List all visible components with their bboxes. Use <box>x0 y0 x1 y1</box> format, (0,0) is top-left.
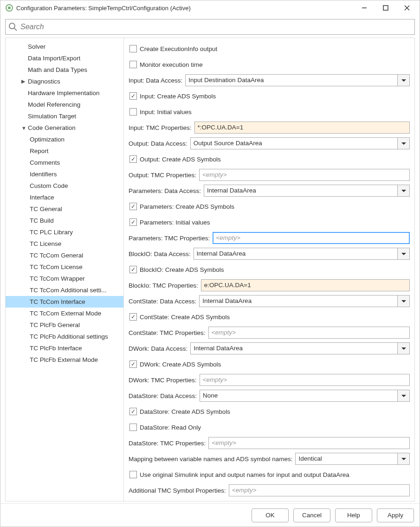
chevron-down-icon[interactable]: ▼ <box>21 125 28 131</box>
datastore-tmc-field[interactable]: <empty> <box>208 437 410 449</box>
mapping-dropdown-btn[interactable] <box>398 453 410 465</box>
input-da-select[interactable]: Input Destination DataArea <box>185 74 398 86</box>
contstate-tmc-label: ContState: TMC Properties: <box>129 329 206 336</box>
tree-item[interactable]: Identifiers <box>6 168 123 180</box>
apply-button[interactable]: Apply <box>377 508 414 522</box>
monitor-exec-checkbox[interactable] <box>129 61 137 68</box>
tree-item[interactable]: TC TcCom External Mode <box>6 308 123 319</box>
tree-item-label: TC TcCom External Mode <box>30 310 101 317</box>
tree-item[interactable]: Custom Code <box>6 180 123 192</box>
tree-item[interactable]: ▶Simulation Target <box>6 110 123 122</box>
tree-item[interactable]: ▶Data Import/Export <box>6 52 123 64</box>
tree-item[interactable]: TC TcCom Interface <box>6 296 123 308</box>
tree-item[interactable]: TC PlcFb General <box>6 319 123 331</box>
input-init-checkbox[interactable] <box>129 108 137 116</box>
tree-item-label: Data Import/Export <box>28 55 80 62</box>
datastore-da-select[interactable]: None <box>200 390 398 402</box>
search-field-wrap[interactable] <box>5 19 415 35</box>
mapping-select[interactable]: Identical <box>295 453 398 465</box>
tree-item[interactable]: Interface <box>6 192 123 203</box>
params-tmc-field[interactable]: <empty> <box>213 232 410 244</box>
tree-item-label: Custom Code <box>30 182 68 189</box>
tree-item[interactable]: TC TcCom License <box>6 261 123 273</box>
tree-item[interactable]: TC PlcFb Interface <box>6 342 123 354</box>
form-pane[interactable]: Create ExecutionInfo output Monitor exec… <box>123 38 415 501</box>
mapping-label: Mapping between variable names and ADS s… <box>129 456 292 463</box>
tree-item[interactable]: TC General <box>6 203 123 215</box>
search-input[interactable] <box>18 22 412 32</box>
tree-item[interactable]: TC Build <box>6 215 123 226</box>
maximize-button[interactable] <box>375 0 396 15</box>
contstate-tmc-field[interactable]: <empty> <box>208 327 410 339</box>
tree-item[interactable]: TC PlcFb Additional settings <box>6 331 123 342</box>
blockio-ads-checkbox[interactable] <box>129 266 137 273</box>
tree-item[interactable]: ▶Model Referencing <box>6 99 123 110</box>
dwork-tmc-field[interactable]: <empty> <box>200 374 410 386</box>
blockio-tmc-field[interactable]: e:OPC.UA.DA=1 <box>201 279 410 291</box>
help-button[interactable]: Help <box>335 508 372 522</box>
tree-item[interactable]: ▶Diagnostics <box>6 76 123 87</box>
ok-button[interactable]: OK <box>252 508 289 522</box>
output-da-dropdown-btn[interactable] <box>398 137 410 149</box>
datastore-da-dropdown-btn[interactable] <box>398 390 410 402</box>
output-da-select[interactable]: Output Source DataArea <box>190 137 398 149</box>
dwork-da-select[interactable]: Internal DataArea <box>190 342 398 354</box>
svg-line-7 <box>14 28 17 31</box>
tree-item[interactable]: ▶Solver <box>6 41 123 52</box>
blockio-da-dropdown-btn[interactable] <box>398 248 410 260</box>
input-ads-checkbox[interactable] <box>129 92 137 100</box>
window-title: Configuration Parameters: SimpleTempCtrl… <box>16 5 354 12</box>
addl-tmc-field[interactable]: <empty> <box>229 484 410 496</box>
tree-item[interactable]: TC TcCom Wrapper <box>6 273 123 284</box>
output-tmc-field[interactable]: <empty> <box>199 169 410 181</box>
tree-pane[interactable]: ▶Solver▶Data Import/Export▶Math and Data… <box>5 38 123 501</box>
params-ads-checkbox[interactable] <box>129 203 137 210</box>
datastore-ro-checkbox[interactable] <box>129 424 137 431</box>
params-da-select[interactable]: Internal DataArea <box>204 185 398 197</box>
blockio-da-label: BlockIO: Data Access: <box>129 251 191 257</box>
input-ads-label: Input: Create ADS Symbols <box>140 93 216 100</box>
blockio-da-select[interactable]: Internal DataArea <box>194 248 398 260</box>
output-ads-checkbox[interactable] <box>129 155 137 163</box>
contstate-da-select[interactable]: Internal DataArea <box>199 295 398 307</box>
titlebar: Configuration Parameters: SimpleTempCtrl… <box>0 0 420 15</box>
output-ads-label: Output: Create ADS Symbols <box>140 156 221 163</box>
cancel-button[interactable]: Cancel <box>293 508 330 522</box>
tree-item[interactable]: ▼Code Generation <box>6 122 123 134</box>
contstate-da-dropdown-btn[interactable] <box>398 295 410 307</box>
datastore-ads-checkbox[interactable] <box>129 408 137 415</box>
tree-item[interactable]: ▶Hardware Implementation <box>6 87 123 99</box>
params-init-checkbox[interactable] <box>129 219 137 226</box>
tree-item-label: TC TcCom Additional setti... <box>30 287 107 294</box>
tree-item[interactable]: ▶Math and Data Types <box>6 64 123 76</box>
input-tmc-field[interactable]: *:OPC.UA.DA=1 <box>194 122 410 134</box>
tree-item[interactable]: Comments <box>6 157 123 168</box>
tree-item-label: Interface <box>30 194 54 201</box>
chevron-right-icon[interactable]: ▶ <box>21 78 28 84</box>
use-orig-checkbox[interactable] <box>129 471 137 478</box>
params-da-dropdown-btn[interactable] <box>398 185 410 197</box>
tree-item-label: Math and Data Types <box>28 66 87 73</box>
tree-item[interactable]: Report <box>6 145 123 157</box>
dwork-ads-checkbox[interactable] <box>129 360 137 368</box>
tree-item-label: TC PlcFb Interface <box>30 345 82 352</box>
minimize-button[interactable] <box>354 0 375 15</box>
input-da-label: Input: Data Access: <box>129 77 182 84</box>
contstate-da-label: ContState: Data Access: <box>129 298 196 305</box>
contstate-ads-checkbox[interactable] <box>129 313 137 321</box>
tree-item-label: Report <box>30 148 49 154</box>
datastore-ro-label: DataStore: Read Only <box>140 424 201 431</box>
tree-item[interactable]: TC PLC Library <box>6 226 123 238</box>
close-button[interactable] <box>396 0 418 15</box>
params-init-label: Parameters: Initial values <box>140 219 210 226</box>
create-execinfo-checkbox[interactable] <box>129 45 137 52</box>
tree-item[interactable]: TC License <box>6 238 123 250</box>
tree-item[interactable]: Optimization <box>6 134 123 145</box>
tree-item[interactable]: TC TcCom Additional setti... <box>6 284 123 296</box>
tree-item[interactable]: TC PlcFb External Mode <box>6 354 123 366</box>
tree-item[interactable]: TC TcCom General <box>6 250 123 261</box>
input-da-dropdown-btn[interactable] <box>398 74 410 86</box>
search-area <box>0 15 420 38</box>
tree-item-label: TC TcCom License <box>30 264 83 270</box>
dwork-da-dropdown-btn[interactable] <box>398 342 410 354</box>
